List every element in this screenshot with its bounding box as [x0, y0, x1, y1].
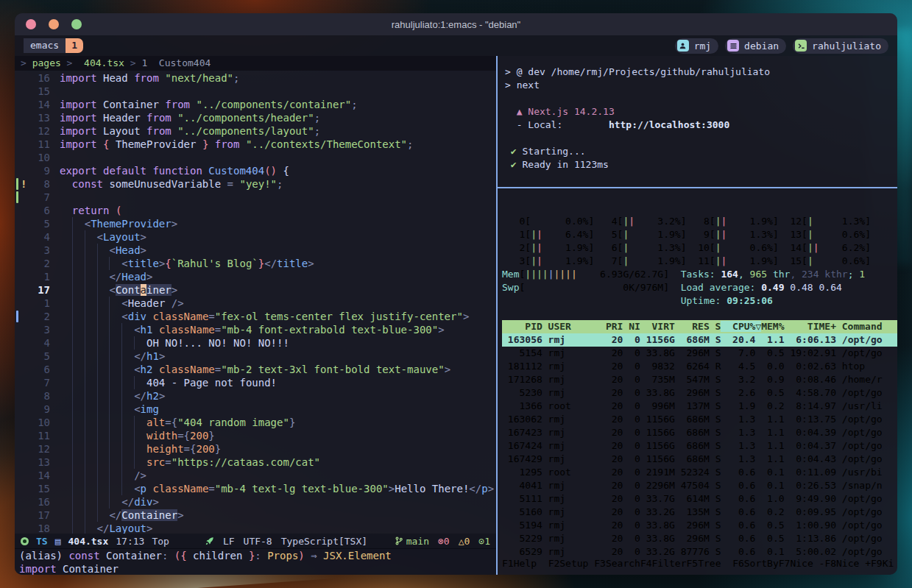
line-number: 15: [21, 482, 50, 495]
fkey-label[interactable]: Setup: [559, 558, 594, 569]
process-row[interactable]: 1366 root 20 0 996M 137M S 1.9 0.2 8:14.…: [502, 400, 897, 413]
code-line[interactable]: 14 />: [15, 469, 496, 482]
fkey-label[interactable]: Help: [514, 558, 548, 569]
echo-area: (alias) const Container: ({ children }: …: [15, 548, 496, 575]
terminal-window: rahuljuliato:1:emacs - "debian" emacs 1 …: [15, 13, 897, 575]
code-line[interactable]: 14import Container from "../components/c…: [15, 98, 496, 111]
fkey-label[interactable]: Tree: [698, 558, 732, 569]
process-row[interactable]: 5194 rmj 20 0 33.8G 296M S 0.6 0.5 1:00.…: [502, 519, 897, 532]
process-row[interactable]: 181112 rmj 20 0 9832 6264 R 4.5 0.0 0:02…: [502, 360, 897, 373]
code-line[interactable]: 3 <h1 className="mb-4 font-extrabold tex…: [15, 323, 496, 336]
typescript-icon: TS: [36, 536, 48, 547]
tmux-badge-rmj: rmj: [675, 38, 718, 54]
git-added-marker: [16, 178, 18, 190]
code-line[interactable]: 7: [15, 191, 496, 204]
process-row[interactable]: 167429 rmj 20 0 1156G 686M S 1.3 1.1 0:0…: [502, 453, 897, 466]
code-line[interactable]: 11import { ThemeProvider } from "../cont…: [15, 138, 496, 151]
terminal-pane[interactable]: > @ dev /home/rmj/Projects/github/rahulj…: [498, 56, 897, 575]
fkey-label[interactable]: Search: [606, 558, 640, 569]
code-line[interactable]: 10: [15, 151, 496, 164]
process-row[interactable]: 5111 rmj 20 0 33.7G 614M S 0.6 1.0 9:49.…: [502, 492, 897, 506]
code-line[interactable]: 2 <div className="fex-ol tems-center fle…: [15, 310, 496, 323]
rocket-icon: [205, 536, 214, 546]
code-line[interactable]: 17 <Container>: [15, 283, 496, 297]
process-table-header[interactable]: PID USER PRI NI VIRT RES S CPU%▽MEM% TIM…: [502, 320, 897, 333]
fkey-F5[interactable]: F5: [687, 558, 699, 569]
line-number: 3: [21, 244, 50, 257]
git-branch[interactable]: main: [395, 536, 429, 547]
htop-pane[interactable]: 0[ 0.0%] 4[|| 3.2%] 8[|| 1.9%] 12[| 1.3%…: [498, 188, 897, 575]
memory-meters: Mem[||||||||| 6.93G/62.7G] Tasks: 164, 9…: [502, 268, 897, 308]
code-line[interactable]: 11 width={200}: [15, 429, 496, 442]
code-line[interactable]: 8 </h2>: [15, 389, 496, 403]
code-line[interactable]: 12 height={200}: [15, 442, 496, 456]
code-line[interactable]: 6 return (: [15, 204, 496, 217]
code-line[interactable]: 6 <h2 className="mb-2 text-3xl font-bold…: [15, 363, 496, 376]
htop-function-keys: F1Help F2Setup F3SearchF4FilterF5Tree F6…: [502, 557, 897, 570]
line-number: 5: [21, 217, 50, 230]
process-row[interactable]: 4041 rmj 20 0 2296M 47504 S 0.6 0.1 0:26…: [502, 479, 897, 492]
code-line[interactable]: 2 <title>{`Rahul's Blog`}</title>: [15, 257, 496, 270]
code-line[interactable]: 5 </h1>: [15, 350, 496, 363]
code-line[interactable]: 4 <Layout>: [15, 230, 496, 244]
code-line[interactable]: 5 <ThemeProvider>: [15, 217, 496, 230]
line-number: 11: [21, 138, 50, 151]
fkey-F7[interactable]: F7: [779, 558, 791, 569]
fkey-F2[interactable]: F2: [548, 558, 560, 569]
window-titlebar[interactable]: rahuljuliato:1:emacs - "debian": [15, 13, 897, 35]
code-line[interactable]: 1 </Head>: [15, 270, 496, 283]
process-row[interactable]: 167423 rmj 20 0 1156G 686M S 1.3 1.1 0:0…: [502, 426, 897, 439]
process-row[interactable]: 163062 rmj 20 0 1156G 686M S 1.3 1.1 0:1…: [502, 413, 897, 426]
fkey-F4[interactable]: F4: [640, 558, 652, 569]
badge-label: rahuljuliato: [812, 40, 881, 52]
code-line[interactable]: 16import Head from "next/head";: [15, 71, 496, 85]
user-icon: [677, 40, 689, 52]
process-row[interactable]: 167424 rmj 20 0 1156G 686M S 1.3 1.1 0:0…: [502, 439, 897, 453]
fkey-label[interactable]: Nice +: [836, 558, 871, 569]
nextjs-terminal[interactable]: > @ dev /home/rmj/Projects/github/rahulj…: [498, 56, 897, 187]
editor-pane[interactable]: > pages > 404.tsx > 1 Custom404 16import…: [15, 56, 496, 575]
process-row[interactable]: 5230 rmj 20 0 33.8G 296M S 2.6 0.5 4:58.…: [502, 386, 897, 400]
process-row[interactable]: 5160 rmj 20 0 33.2G 135M S 0.6 0.2 0:09.…: [502, 506, 897, 519]
line-number: 4: [21, 230, 50, 244]
code-line[interactable]: 9 <img: [15, 403, 496, 416]
code-area[interactable]: 16import Head from "next/head";1514impor…: [15, 71, 496, 534]
line-number: 2: [21, 257, 50, 270]
code-line[interactable]: 10 alt={"404 random image"}: [15, 416, 496, 429]
code-line[interactable]: 15 <p className="mb-4 text-lg text-blue-…: [15, 482, 496, 495]
eol-type: LF: [223, 536, 235, 547]
sort-column-cpu[interactable]: CPU%▽: [721, 321, 761, 332]
code-line[interactable]: 16 </div>: [15, 495, 496, 509]
fkey-label[interactable]: Nice -: [790, 558, 824, 569]
code-line[interactable]: 3 <Head>: [15, 244, 496, 257]
process-row-selected[interactable]: 163056 rmj 20 0 1156G 686M S 20.4 1.1 6:…: [502, 333, 897, 347]
cpu-meter-row: 0[ 0.0%] 4[|| 3.2%] 8[|| 1.9%] 12[| 1.3%…: [502, 215, 897, 228]
process-row[interactable]: 1295 root 20 0 2191M 52324 S 0.6 0.1 0:1…: [502, 466, 897, 479]
process-row[interactable]: 5229 rmj 20 0 33.8G 296M S 0.6 0.5 1:13.…: [502, 532, 897, 545]
process-table: PID USER PRI NI VIRT RES S CPU%▽MEM% TIM…: [502, 320, 897, 557]
breadcrumb: > pages > 404.tsx > 1 Custom404: [15, 56, 496, 71]
fkey-label[interactable]: SortBy: [744, 558, 779, 569]
code-line[interactable]: 15: [15, 85, 496, 98]
code-line[interactable]: 4 OH NO!... NO! NO! NO!!!: [15, 336, 496, 350]
process-row[interactable]: 171268 rmj 20 0 735M 547M S 3.2 0.9 0:08…: [502, 373, 897, 386]
code-line[interactable]: 1 <Header />: [15, 297, 496, 310]
fkey-F6[interactable]: F6: [732, 558, 744, 569]
fkey-F3[interactable]: F3: [594, 558, 606, 569]
encoding: UTF-8: [244, 536, 272, 547]
tmux-window-tab[interactable]: emacs 1: [24, 38, 83, 53]
fkey-F1[interactable]: F1: [502, 558, 514, 569]
code-line[interactable]: 18 </Layout>: [15, 522, 496, 534]
process-row[interactable]: 5154 rmj 20 0 33.8G 296M S 7.0 0.5 19:02…: [502, 347, 897, 360]
fkey-F9[interactable]: F9: [871, 558, 883, 569]
code-line[interactable]: 13import Header from "../components/head…: [15, 111, 496, 124]
code-line[interactable]: 9export default function Custom404() {: [15, 164, 496, 177]
code-line[interactable]: 17 </Container>: [15, 509, 496, 522]
fkey-label[interactable]: Ki: [883, 558, 894, 569]
fkey-label[interactable]: Filter: [652, 558, 687, 569]
code-line[interactable]: 7 404 - Page not found!: [15, 376, 496, 389]
code-line[interactable]: !8 const someUnusedVariable = "yey!";: [15, 177, 496, 191]
fkey-F8[interactable]: F8: [824, 558, 836, 569]
code-line[interactable]: 12import Layout from "../components/layo…: [15, 124, 496, 138]
code-line[interactable]: 13 src="https://cataas.com/cat": [15, 456, 496, 469]
